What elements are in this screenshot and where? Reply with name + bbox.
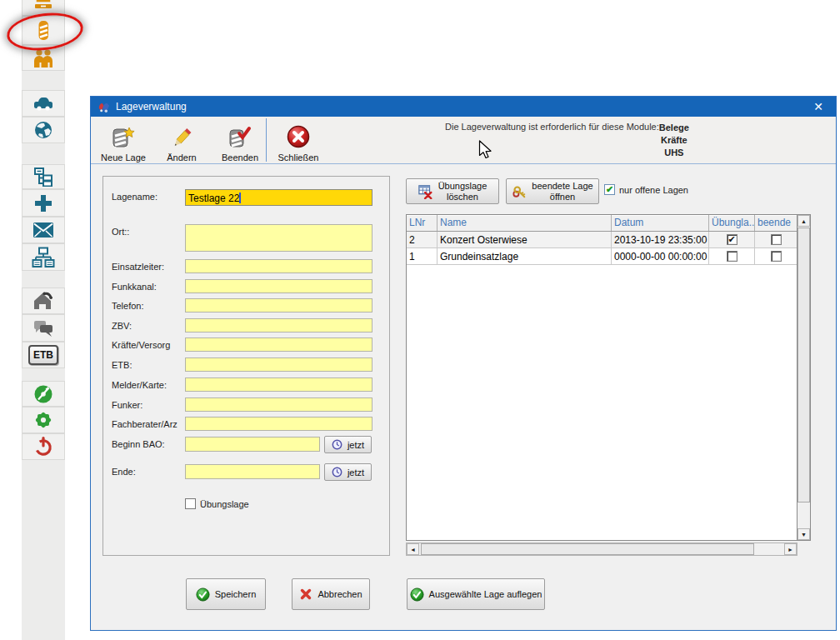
fachberater-field[interactable] xyxy=(185,417,372,431)
sidebar-item-chat[interactable] xyxy=(22,314,65,342)
new-document-star-icon xyxy=(111,126,136,151)
sidebar-item-nachrichten[interactable] xyxy=(22,217,65,243)
table-row[interactable]: 2 Konzert Osterwiese 2013-10-19 23:35:00… xyxy=(407,232,810,248)
funker-field[interactable] xyxy=(185,398,372,412)
sidebar-item-hinzufuegen[interactable] xyxy=(22,189,65,217)
clock-icon xyxy=(332,467,342,478)
module-uhs: UHS xyxy=(659,147,689,159)
scroll-down-icon[interactable]: ▼ xyxy=(798,528,810,540)
close-icon[interactable]: ✕ xyxy=(806,97,831,117)
sidebar-item-etb[interactable]: ETB xyxy=(22,342,65,368)
beginn-bao-label: Beginn BAO: xyxy=(112,439,165,449)
mouse-cursor xyxy=(478,140,492,160)
sidebar-item-einstellungen[interactable] xyxy=(22,407,65,433)
sidebar-item-fahrzeuge[interactable] xyxy=(22,90,65,117)
sidebar-item-netzwerk[interactable] xyxy=(22,243,65,271)
sidebar-item-struktur[interactable] xyxy=(22,164,65,189)
row-uebungslage-checkbox[interactable] xyxy=(727,251,738,262)
col-lnr[interactable]: LNr xyxy=(407,215,438,231)
gear-icon xyxy=(32,409,54,431)
lagename-field[interactable]: Testlage 22 xyxy=(185,189,372,206)
etb-field[interactable] xyxy=(185,358,372,372)
zbv-field[interactable] xyxy=(185,318,372,332)
beenden-button[interactable]: Beenden xyxy=(214,118,266,162)
row-beendet-checkbox[interactable] xyxy=(771,234,782,245)
sidebar-item-datentraeger[interactable] xyxy=(22,381,65,407)
col-name[interactable]: Name xyxy=(438,215,612,231)
abbrechen-button[interactable]: Abbrechen xyxy=(292,578,370,610)
disc-icon xyxy=(32,383,54,405)
dialog-toolbar: Neue Lage Ändern Beenden xyxy=(91,117,836,164)
jetzt-label: jetzt xyxy=(348,440,364,450)
vscroll-thumb[interactable] xyxy=(798,228,810,502)
funkkanal-field[interactable] xyxy=(185,279,372,293)
info-text: Die Lageverwaltung ist erforderlich für … xyxy=(445,122,659,159)
beendete-lage-oeffnen-button[interactable]: beendete Lage öffnen xyxy=(506,178,599,204)
funkkanal-label: Funkkanal: xyxy=(112,282,157,292)
network-icon xyxy=(32,247,55,268)
table-delete-icon xyxy=(418,184,433,199)
nur-offene-lagen-checkbox[interactable]: ✔ xyxy=(604,184,615,195)
uebungslage-checkbox[interactable] xyxy=(185,498,196,509)
cell-datum: 0000-00-00 00:00:00 xyxy=(612,248,709,264)
sidebar-item-karte[interactable] xyxy=(22,117,65,143)
house-phone-icon xyxy=(32,290,55,312)
ok-circle-icon xyxy=(196,588,210,602)
lagen-table: LNr Name Datum Übungla... beende 2 Konze… xyxy=(406,214,811,541)
scroll-left-icon[interactable]: ◄ xyxy=(407,543,419,555)
row-uebungslage-checkbox[interactable]: ✔ xyxy=(727,234,738,245)
aendern-label: Ändern xyxy=(167,152,196,162)
melder-field[interactable] xyxy=(185,378,372,392)
table-row[interactable]: 1 Grundeinsatzlage 0000-00-00 00:00:00 xyxy=(407,248,810,265)
check-glyph: ✔ xyxy=(606,185,613,194)
aendern-button[interactable]: Ändern xyxy=(156,118,208,162)
beginn-jetzt-button[interactable]: jetzt xyxy=(324,436,372,453)
sidebar-item-beenden[interactable] xyxy=(22,433,65,460)
row-beendet-checkbox[interactable] xyxy=(771,251,782,262)
scroll-right-icon[interactable]: ► xyxy=(784,543,797,555)
schliessen-button[interactable]: Schließen xyxy=(271,118,326,162)
ende-label: Ende: xyxy=(112,467,136,477)
uebungslage-loeschen-button[interactable]: Übungslage löschen xyxy=(406,178,499,204)
module-kraefte: Kräfte xyxy=(659,134,689,147)
horizontal-scrollbar[interactable]: ◄ ► xyxy=(406,542,798,556)
telefon-field[interactable] xyxy=(185,298,372,312)
einsatzleiter-field[interactable] xyxy=(185,259,372,273)
jetzt-label: jetzt xyxy=(348,468,364,478)
col-datum[interactable]: Datum xyxy=(612,215,709,231)
pencil-icon xyxy=(169,126,194,151)
clock-icon xyxy=(332,439,342,450)
app-icon xyxy=(98,101,110,113)
close-circle-icon xyxy=(285,124,312,151)
fachberater-label: Fachberater/Arz xyxy=(112,419,178,429)
document-check-icon xyxy=(228,126,252,151)
speichern-button[interactable]: Speichern xyxy=(186,578,266,610)
open-line2: öffnen xyxy=(550,192,575,202)
beginn-bao-field[interactable] xyxy=(185,437,320,452)
kraefte-field[interactable] xyxy=(185,338,372,352)
scroll-up-icon[interactable]: ▲ xyxy=(798,215,810,227)
table-header: LNr Name Datum Übungla... beende xyxy=(407,215,810,232)
dialog-title: Lageverwaltung xyxy=(116,101,187,112)
lageverwaltung-dialog: Lageverwaltung ✕ Neue Lage Ändern xyxy=(90,96,837,631)
dialog-titlebar[interactable]: Lageverwaltung ✕ xyxy=(91,97,836,117)
delete-line2: löschen xyxy=(447,192,478,202)
col-beendet[interactable]: beende xyxy=(755,215,798,231)
ende-field[interactable] xyxy=(185,464,320,479)
etb-label: ETB: xyxy=(112,360,132,370)
lage-auflegen-label: Ausgewählte Lage auflegen xyxy=(429,589,542,599)
neue-lage-button[interactable]: Neue Lage xyxy=(96,118,151,162)
cell-lnr: 2 xyxy=(407,232,438,248)
vertical-scrollbar[interactable]: ▲ ▼ xyxy=(797,215,810,540)
beenden-label: Beenden xyxy=(222,152,258,162)
cell-name: Konzert Osterwiese xyxy=(438,232,612,248)
ort-field[interactable] xyxy=(185,224,372,252)
speichern-label: Speichern xyxy=(215,589,257,599)
ende-jetzt-button[interactable]: jetzt xyxy=(324,463,372,481)
etb-label: ETB xyxy=(33,349,53,361)
cell-name: Grundeinsatzlage xyxy=(438,248,612,264)
sidebar-item-leitstelle[interactable] xyxy=(22,288,65,314)
hscroll-thumb[interactable] xyxy=(421,543,754,555)
lage-auflegen-button[interactable]: Ausgewählte Lage auflegen xyxy=(407,578,545,610)
col-uebungslage[interactable]: Übungla... xyxy=(709,215,755,231)
